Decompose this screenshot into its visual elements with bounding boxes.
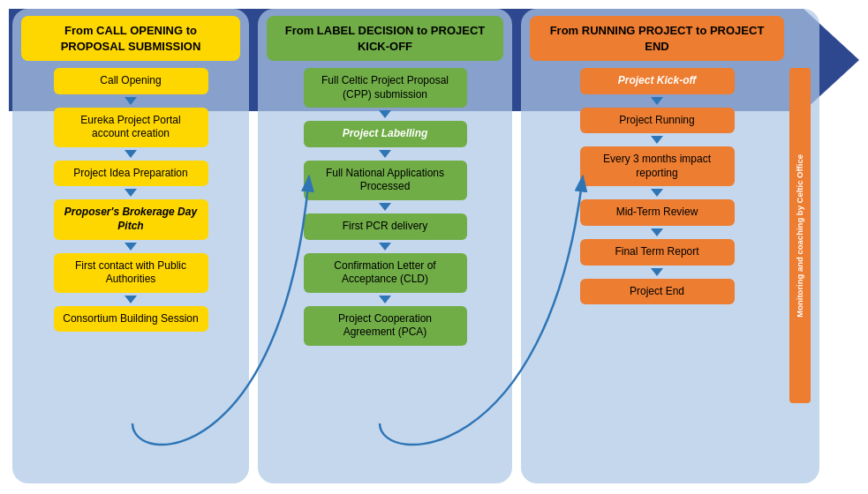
step-end-box: Project End bbox=[580, 279, 735, 305]
step-final-box: Final Term Report bbox=[580, 239, 735, 266]
arrow-down-p2-4 bbox=[379, 243, 391, 251]
arrow-down-p3-1 bbox=[651, 97, 663, 105]
phase3-steps-col: Project Kick-off Project Running Every 3… bbox=[530, 68, 784, 403]
step-project-end: Project End bbox=[580, 279, 735, 305]
step-consortium: Consortium Building Session bbox=[54, 306, 208, 333]
step-project-idea: Project Idea Preparation bbox=[54, 161, 208, 200]
step-call-opening-box: Call Opening bbox=[54, 68, 208, 94]
step-first-contact: First contact with Public Authorities bbox=[54, 253, 208, 306]
phase2-header: From LABEL DECISION to PROJECT KICK-OFF bbox=[267, 16, 503, 61]
arrow-down-5 bbox=[125, 296, 137, 303]
phase3-steps-row: Project Kick-off Project Running Every 3… bbox=[530, 68, 811, 403]
step-cld-box: Confirmation Letter of Acceptance (CLD) bbox=[304, 253, 467, 293]
arrow-down-p3-5 bbox=[651, 268, 663, 276]
step-pca: Project Cooperation Agreement (PCA) bbox=[304, 306, 467, 346]
monitoring-label: Monitoring and coaching by Celtic Office bbox=[795, 154, 804, 318]
step-labelling-box: Project Labelling bbox=[304, 121, 467, 147]
phase3-panel: From RUNNING PROJECT to PROJECT END Proj… bbox=[521, 9, 819, 483]
step-cld: Confirmation Letter of Acceptance (CLD) bbox=[304, 253, 467, 306]
step-pcr: First PCR delivery bbox=[304, 213, 467, 253]
step-eureka: Eureka Project Portal account creation bbox=[54, 108, 208, 161]
step-running-box: Project Running bbox=[580, 108, 735, 134]
phase2-content: From LABEL DECISION to PROJECT KICK-OFF … bbox=[258, 9, 512, 353]
arrow-down-p2-1 bbox=[379, 110, 391, 118]
step-project-idea-box: Project Idea Preparation bbox=[54, 161, 208, 187]
arrow-down-2 bbox=[125, 150, 137, 158]
step-national-apps: Full National Applications Processed bbox=[304, 161, 467, 213]
phase1-panel: From CALL OPENING to PROPOSAL SUBMISSION… bbox=[12, 9, 249, 483]
step-national-apps-box: Full National Applications Processed bbox=[304, 161, 467, 200]
step-impact-box: Every 3 months impact reporting bbox=[580, 146, 735, 186]
arrow-down-3 bbox=[125, 189, 137, 197]
step-kickoff-box: Project Kick-off bbox=[580, 68, 735, 94]
step-final-report: Final Term Report bbox=[580, 239, 735, 279]
step-brokerage-box: Proposer's Brokerage Day Pitch bbox=[54, 199, 208, 239]
monitoring-sidebar: Monitoring and coaching by Celtic Office bbox=[789, 68, 811, 403]
phase2-panel: From LABEL DECISION to PROJECT KICK-OFF … bbox=[258, 9, 512, 483]
phase3-header: From RUNNING PROJECT to PROJECT END bbox=[530, 16, 784, 61]
phase1-header: From CALL OPENING to PROPOSAL SUBMISSION bbox=[21, 16, 240, 61]
step-first-contact-box: First contact with Public Authorities bbox=[54, 253, 208, 293]
step-cpp-box: Full Celtic Project Proposal (CPP) submi… bbox=[304, 68, 467, 108]
step-eureka-box: Eureka Project Portal account creation bbox=[54, 108, 208, 147]
arrow-down-p2-5 bbox=[379, 296, 391, 303]
arrow-down-p2-2 bbox=[379, 150, 391, 158]
arrow-down-p3-3 bbox=[651, 189, 663, 197]
step-midterm: Mid-Term Review bbox=[580, 199, 735, 239]
step-cpp: Full Celtic Project Proposal (CPP) submi… bbox=[304, 68, 467, 121]
phase3-content: From RUNNING PROJECT to PROJECT END Proj… bbox=[521, 9, 819, 410]
step-brokerage: Proposer's Brokerage Day Pitch bbox=[54, 199, 208, 252]
arrow-down-1 bbox=[125, 97, 137, 105]
step-running: Project Running bbox=[580, 108, 735, 147]
step-consortium-box: Consortium Building Session bbox=[54, 306, 208, 333]
step-call-opening: Call Opening bbox=[54, 68, 208, 108]
step-midterm-box: Mid-Term Review bbox=[580, 199, 735, 226]
arrow-down-p2-3 bbox=[379, 203, 391, 211]
step-kickoff: Project Kick-off bbox=[580, 68, 735, 108]
step-pca-box: Project Cooperation Agreement (PCA) bbox=[304, 306, 467, 346]
arrow-down-4 bbox=[125, 243, 137, 251]
step-impact-reporting: Every 3 months impact reporting bbox=[580, 146, 735, 199]
step-pcr-box: First PCR delivery bbox=[304, 213, 467, 240]
arrow-down-p3-4 bbox=[651, 228, 663, 236]
phase1-content: From CALL OPENING to PROPOSAL SUBMISSION… bbox=[12, 9, 249, 339]
step-labelling: Project Labelling bbox=[304, 121, 467, 161]
arrow-down-p3-2 bbox=[651, 136, 663, 144]
